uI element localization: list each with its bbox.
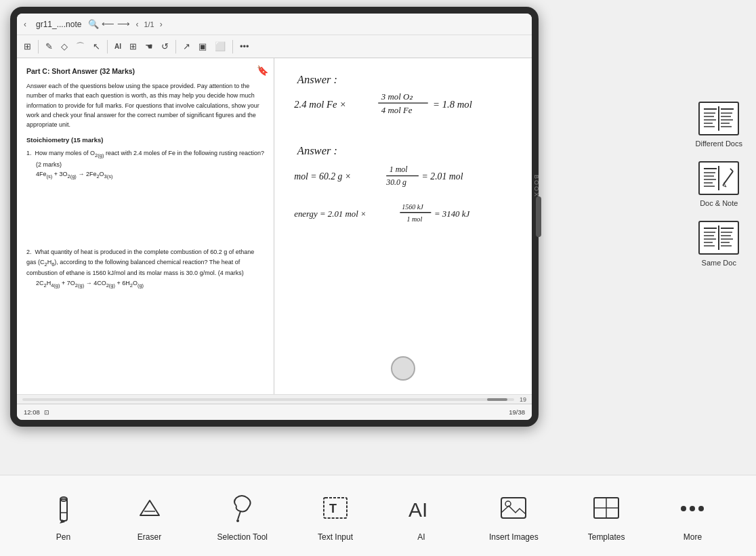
handwriting-area: Answer : 2.4 mol Fe × 3 mol O₂ 4 mol Fe … [274,58,532,394]
answer1-label: Answer : [297,73,337,86]
svg-text:4 mol Fe: 4 mol Fe [381,106,413,115]
tool-more[interactable]: More [674,490,711,542]
status-time: 12:08 [24,408,40,416]
rotate-tool-icon[interactable]: ↺ [159,39,171,54]
scroll-page-num: 19 [520,396,526,403]
more-label: More [684,532,702,542]
doc-note-label: Doc & Note [700,199,738,207]
device-screen: ‹ gr11_....note 🔍 ⟵ ⟶ ‹ 1/1 › ⊞ ✎ ◇ ⌒ ↖ … [17,14,532,420]
selection-label: Selection Tool [217,532,268,542]
back-arrow[interactable]: ‹ [21,18,29,30]
page-indicator: 1/1 [144,20,154,28]
pen-tool-icon[interactable]: ✎ [43,39,56,54]
svg-point-68 [681,506,686,511]
tool-selection[interactable]: Selection Tool [217,490,268,542]
more-icon [674,490,711,527]
svg-text:1560 kJ: 1560 kJ [402,203,423,211]
top-bar-left: ‹ gr11_....note 🔍 ⟵ ⟶ ‹ 1/1 › [21,18,165,30]
svg-text:T: T [329,502,337,515]
svg-text:1 mol: 1 mol [407,215,423,223]
toolbar-separator [38,40,39,54]
same-doc-icon [698,221,739,255]
different-docs-icon [698,102,739,135]
boox-brand: BOOX [533,175,540,198]
status-pages: 19/38 [509,408,525,416]
prev-page-arrow[interactable]: ‹ [133,18,141,30]
text-input-label: Text Input [318,532,353,542]
doc-title: Part C: Short Answer (32 Marks) [26,66,264,77]
toolbar-separator-2 [107,40,108,54]
svg-text:30.0 g: 30.0 g [385,177,406,187]
toolbar: ⊞ ✎ ◇ ⌒ ↖ AI ⊞ ☚ ↺ ↗ ▣ ⬜ ••• [17,35,532,58]
lasso-tool-icon[interactable]: ⌒ [73,39,87,55]
insert-images-icon [495,490,532,527]
layout-icon[interactable]: ▣ [196,39,209,54]
tool-text-input[interactable]: T Text Input [317,490,354,542]
split-view-options: Different Docs Doc [696,102,743,267]
question-1: 1. How many moles of O2(g) react with 2.… [26,148,264,181]
split-doc-note[interactable]: Doc & Note [698,161,739,207]
content-area: 🔖 Part C: Short Answer (32 Marks) Answer… [17,58,532,394]
ai-tool-icon[interactable]: AI [112,41,124,52]
doc-intro: Answer each of the questions below using… [26,81,264,130]
top-bar: ‹ gr11_....note 🔍 ⟵ ⟶ ‹ 1/1 › [17,14,532,35]
tool-templates[interactable]: Templates [588,490,625,542]
tool-insert-images[interactable]: Insert Images [489,490,539,542]
scroll-thumb[interactable] [487,398,507,401]
question-1-marks: (2 marks) [36,160,264,169]
shape-tool-icon[interactable]: ◇ [58,39,70,54]
insert-images-label: Insert Images [489,532,539,542]
scroll-bar[interactable]: 19 [17,394,532,404]
tool-pen[interactable]: Pen [45,490,82,542]
split-same-doc[interactable]: Same Doc [698,221,739,267]
svg-text:AI: AI [408,498,427,521]
selection-icon [224,490,261,527]
svg-text:energy = 2.01 mol ×: energy = 2.01 mol × [294,209,366,219]
svg-rect-63 [501,498,526,518]
document-title: gr11_....note [32,20,85,29]
eraser-icon [131,490,168,527]
document-panel: 🔖 Part C: Short Answer (32 Marks) Answer… [17,58,274,394]
forward-nav-icon[interactable]: ⟶ [117,19,130,29]
templates-label: Templates [588,532,625,542]
ai-icon: AI [403,490,440,527]
ai-label: AI [417,532,425,542]
status-battery: ⊡ [44,409,49,416]
scroll-track[interactable] [22,398,514,401]
table-tool-icon[interactable]: ⊞ [127,39,140,54]
bookmark-icon[interactable]: 🔖 [257,64,268,78]
hand-tool-icon[interactable]: ☚ [142,39,156,54]
svg-point-59 [236,519,239,522]
fullscreen-icon[interactable]: ⬜ [212,39,228,54]
back-nav-icon[interactable]: ⟵ [102,19,114,29]
toolbar-separator-3 [175,40,176,54]
next-page-arrow[interactable]: › [157,18,165,30]
svg-text:Answer :: Answer : [297,144,337,157]
status-bar: 12:08 ⊡ 19/38 [17,404,532,420]
search-icon[interactable]: 🔍 [88,19,99,29]
device: ‹ gr11_....note 🔍 ⟵ ⟶ ‹ 1/1 › ⊞ ✎ ◇ ⌒ ↖ … [10,7,539,427]
svg-text:3 mol O₂: 3 mol O₂ [381,92,413,102]
question-1-equation: 4Fe(s) + 3O2(g) → 2Fe2O3(s) [36,169,264,181]
select-tool-icon[interactable]: ↖ [90,39,103,54]
doc-section: Stoichiometry (15 marks) [26,135,264,145]
tool-eraser[interactable]: Eraser [131,490,168,542]
svg-line-36 [724,171,733,184]
question-2: 2. What quantity of heat is produced in … [26,247,264,289]
side-button[interactable] [536,196,541,237]
export-icon[interactable]: ↗ [180,39,193,54]
tool-ai[interactable]: AI AI [403,490,440,542]
home-button[interactable] [391,356,415,381]
toolbar-separator-4 [232,40,233,54]
svg-rect-55 [60,499,67,521]
note-panel[interactable]: Answer : 2.4 mol Fe × 3 mol O₂ 4 mol Fe … [274,58,532,394]
same-doc-label: Same Doc [702,259,736,267]
svg-text:= 3140 kJ: = 3140 kJ [434,209,470,219]
doc-note-icon [698,161,739,195]
more-options-icon[interactable]: ••• [237,39,252,54]
svg-text:2.4 mol Fe ×: 2.4 mol Fe × [294,99,346,110]
bottom-toolbar: Pen Eraser Selection Tool [0,475,756,556]
split-different-docs[interactable]: Different Docs [696,102,743,148]
svg-text:1 mol: 1 mol [390,165,408,174]
grid-icon[interactable]: ⊞ [21,39,34,54]
